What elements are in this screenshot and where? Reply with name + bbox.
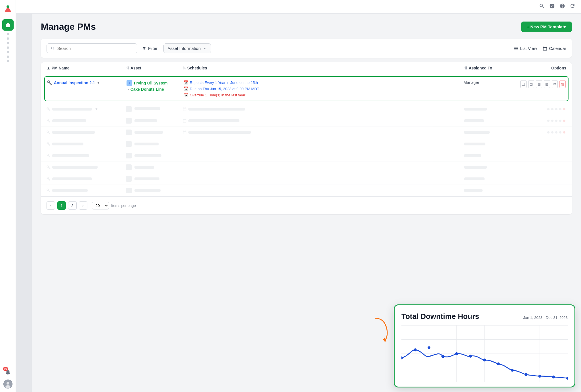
- col-schedules: ⇅ Schedules: [183, 66, 464, 70]
- table-row-main: Annual Inspection 2.1 ▼ Frying Oil Syste…: [45, 77, 568, 101]
- svg-point-25: [497, 363, 500, 366]
- search-field-wrap[interactable]: [47, 43, 137, 53]
- sidebar-dot-7: [7, 60, 9, 62]
- prev-page-button[interactable]: ‹: [47, 201, 55, 210]
- asset-primary: Frying Oil System: [127, 80, 183, 86]
- svg-point-30: [566, 377, 568, 380]
- svg-point-23: [469, 355, 472, 358]
- table-row: [41, 150, 572, 162]
- assigned-to-cell: Manager: [464, 80, 520, 85]
- list-view-button[interactable]: List View: [514, 46, 537, 51]
- pm-name-cell: Annual Inspection 2.1 ▼: [47, 80, 127, 85]
- option-btn-delete[interactable]: 🗑: [559, 80, 566, 88]
- downtime-chart-area: [401, 325, 568, 382]
- table-header: ▲ PM Name ⇅ Asset ⇅ Schedules ⇅ Assigned…: [41, 62, 572, 74]
- downtime-date-range: Jan 1, 2023 - Dec 31, 2023: [523, 315, 568, 320]
- asset-primary-link[interactable]: Frying Oil System: [134, 81, 168, 85]
- view-controls: List View Calendar: [514, 46, 566, 51]
- expand-button[interactable]: ▼: [97, 81, 100, 85]
- sidebar-dot-5: [7, 51, 9, 53]
- svg-point-21: [441, 355, 444, 358]
- page-title: Manage PMs: [41, 22, 96, 32]
- help-icon[interactable]: [559, 3, 565, 10]
- chevron-down-icon: [203, 46, 207, 50]
- table-row: [41, 138, 572, 150]
- filter-label: Filter:: [142, 46, 159, 51]
- downtime-title: Total Downtime Hours: [401, 312, 479, 321]
- calendar-view-button[interactable]: Calendar: [543, 46, 566, 51]
- search-icon: [51, 46, 55, 51]
- col-assigned-to: ⇅ Assigned To: [464, 66, 521, 70]
- app-logo[interactable]: [2, 3, 14, 15]
- svg-marker-7: [383, 338, 387, 342]
- rocket-icon[interactable]: [549, 3, 555, 10]
- pm-name-link[interactable]: Annual Inspection 2.1: [54, 80, 95, 85]
- asset-cell: Frying Oil System › Cake Donuts Line: [127, 80, 183, 92]
- new-pm-button[interactable]: + New PM Template: [521, 22, 572, 32]
- option-btn-2[interactable]: ⊡: [528, 80, 534, 88]
- table-row: [41, 127, 572, 138]
- page-1-button[interactable]: 1: [57, 201, 66, 210]
- page-2-button[interactable]: 2: [68, 201, 77, 210]
- chevron-right-icon: ›: [128, 88, 129, 91]
- table-row: ▼: [41, 103, 572, 115]
- sidebar-dot-2: [7, 37, 9, 40]
- option-btn-copy[interactable]: ⧉: [552, 80, 558, 88]
- svg-point-29: [552, 376, 555, 379]
- svg-point-4: [7, 382, 9, 385]
- sidebar-dot-3: [7, 42, 9, 44]
- notifications-button[interactable]: 36: [3, 367, 13, 377]
- topbar: [16, 0, 581, 14]
- wrench-icon: [47, 80, 52, 85]
- pagination: ‹ 1 2 › 20 50 100 Items per page: [41, 196, 572, 214]
- sidebar-dot-1: [7, 33, 9, 35]
- search-input[interactable]: [57, 46, 133, 51]
- filter-bar: Filter: Asset Information List View Cale…: [41, 39, 572, 58]
- asset-secondary: › Cake Donuts Line: [127, 87, 183, 92]
- svg-point-2: [7, 5, 9, 8]
- table-row: [41, 115, 572, 127]
- svg-point-20: [428, 346, 430, 349]
- sidebar-bottom: 36: [3, 367, 13, 389]
- svg-point-28: [538, 375, 541, 378]
- option-btn-3[interactable]: ⊞: [536, 80, 542, 88]
- table-row: [41, 185, 572, 196]
- arrow-annotation: [371, 315, 394, 344]
- next-page-button[interactable]: ›: [79, 201, 87, 210]
- svg-point-24: [483, 359, 486, 362]
- svg-point-5: [5, 385, 10, 389]
- sidebar-dot-6: [7, 56, 9, 58]
- search-icon[interactable]: [539, 3, 545, 10]
- sidebar: 36: [0, 0, 16, 392]
- schedules-cell: 📅 Repeats Every 1 Year in June on the 15…: [183, 80, 464, 97]
- asset-filter-dropdown[interactable]: Asset Information: [163, 43, 211, 53]
- svg-point-26: [511, 369, 513, 372]
- options-cell: ☐ ⊡ ⊞ ⊟ ⧉ 🗑: [520, 80, 566, 88]
- items-per-page: 20 50 100 Items per page: [92, 202, 136, 209]
- option-btn-1[interactable]: ☐: [520, 80, 527, 88]
- schedule-item-2: 📅 Due on Thu Jun 15, 2023 at 9:00 PM MDT: [183, 86, 464, 91]
- downtime-header: Total Downtime Hours Jan 1, 2023 - Dec 3…: [401, 312, 568, 321]
- user-avatar[interactable]: [3, 380, 12, 389]
- schedule-item-3: 📅 Overdue 1 Time(s) in the last year: [183, 93, 464, 97]
- items-per-page-select[interactable]: 20 50 100: [92, 202, 109, 209]
- svg-point-19: [414, 348, 417, 351]
- svg-point-22: [455, 352, 458, 355]
- svg-point-18: [401, 356, 403, 359]
- asset-icon: [127, 80, 132, 86]
- filter-icon: [142, 46, 146, 51]
- page-header: Manage PMs + New PM Template: [41, 22, 572, 32]
- downtime-line-chart: [401, 325, 568, 382]
- sidebar-dot-4: [7, 46, 9, 49]
- sidebar-item-home[interactable]: [2, 19, 14, 31]
- table-row: [41, 173, 572, 185]
- main-content: Manage PMs + New PM Template Filter: Ass…: [32, 14, 581, 392]
- notification-count: 36: [3, 367, 8, 371]
- refresh-icon[interactable]: [570, 3, 575, 10]
- col-options: Options: [521, 66, 566, 70]
- downtime-chart-overlay: Total Downtime Hours Jan 1, 2023 - Dec 3…: [394, 304, 575, 387]
- asset-secondary-link[interactable]: Cake Donuts Line: [130, 87, 164, 92]
- option-btn-4[interactable]: ⊟: [544, 80, 550, 88]
- calendar-icon-2: 📅: [183, 86, 188, 91]
- pm-table: ▲ PM Name ⇅ Asset ⇅ Schedules ⇅ Assigned…: [41, 62, 572, 214]
